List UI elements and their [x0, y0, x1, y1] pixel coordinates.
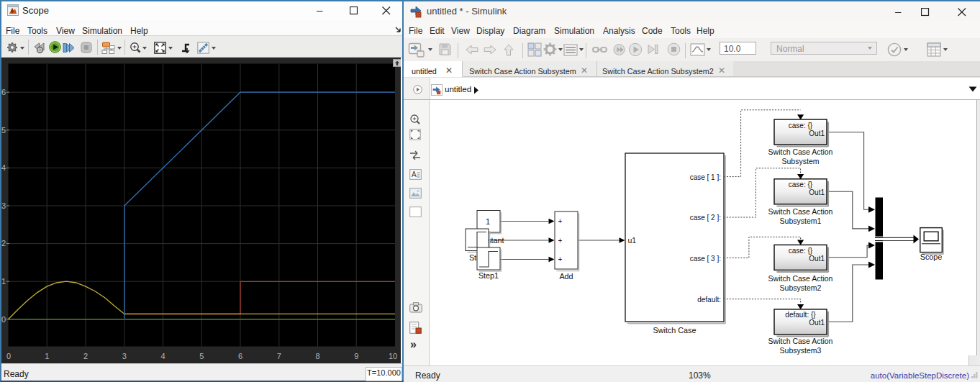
- svg-text:2: 2: [1, 239, 6, 247]
- svg-text:Scope: Scope: [920, 253, 943, 261]
- svg-text:Add: Add: [559, 272, 573, 281]
- svg-text:1: 1: [486, 217, 490, 226]
- svg-text:Subsystem1: Subsystem1: [780, 217, 822, 225]
- svg-text:0: 0: [6, 352, 11, 360]
- svg-text:1: 1: [1, 277, 6, 286]
- svg-text:7: 7: [277, 352, 281, 360]
- svg-text:5: 5: [1, 126, 6, 135]
- svg-text:case: {}: case: {}: [789, 247, 813, 255]
- svg-text:Subsystem: Subsystem: [782, 157, 820, 165]
- svg-text:case: {}: case: {}: [789, 181, 813, 188]
- svg-text:u1: u1: [628, 236, 637, 245]
- svg-text:Switch Case Action: Switch Case Action: [768, 147, 833, 156]
- svg-text:Step1: Step1: [478, 271, 499, 280]
- svg-text:default:: default:: [697, 296, 721, 304]
- svg-text:+: +: [558, 217, 563, 225]
- svg-text:case [ 3 ]:: case [ 3 ]:: [690, 255, 721, 263]
- svg-text:4: 4: [1, 163, 6, 172]
- svg-text:0: 0: [1, 315, 6, 324]
- svg-text:Out1: Out1: [809, 255, 825, 263]
- svg-text:Switch Case Action: Switch Case Action: [768, 274, 833, 283]
- svg-text:6: 6: [238, 352, 242, 360]
- svg-text:Subsystem3: Subsystem3: [780, 346, 822, 355]
- svg-text:4: 4: [160, 352, 165, 360]
- svg-text:+: +: [558, 237, 563, 245]
- svg-text:Out1: Out1: [809, 188, 825, 196]
- svg-text:A: A: [412, 170, 417, 178]
- svg-text:Switch Case Action: Switch Case Action: [768, 207, 833, 216]
- svg-text:1: 1: [45, 352, 49, 360]
- svg-text:Switch Case: Switch Case: [653, 326, 696, 335]
- svg-text:Switch Case Action: Switch Case Action: [768, 337, 833, 345]
- svg-text:case: {}: case: {}: [789, 122, 813, 129]
- svg-text:2: 2: [83, 352, 88, 360]
- svg-text:8: 8: [315, 352, 319, 360]
- svg-text:default: {}: default: {}: [785, 311, 816, 319]
- svg-text:case [ 1 ]:: case [ 1 ]:: [690, 173, 721, 181]
- svg-text:case [ 2 ]:: case [ 2 ]:: [690, 214, 721, 222]
- svg-text:3: 3: [1, 201, 6, 210]
- svg-text:5: 5: [199, 352, 204, 360]
- svg-text:3: 3: [122, 352, 127, 360]
- svg-text:6: 6: [1, 88, 6, 96]
- svg-text:Out1: Out1: [809, 129, 825, 137]
- svg-text:Out1: Out1: [809, 319, 825, 327]
- svg-text:Subsystem2: Subsystem2: [780, 283, 822, 292]
- svg-text:+: +: [558, 255, 563, 263]
- svg-text:10: 10: [389, 352, 397, 360]
- svg-text:9: 9: [354, 352, 358, 360]
